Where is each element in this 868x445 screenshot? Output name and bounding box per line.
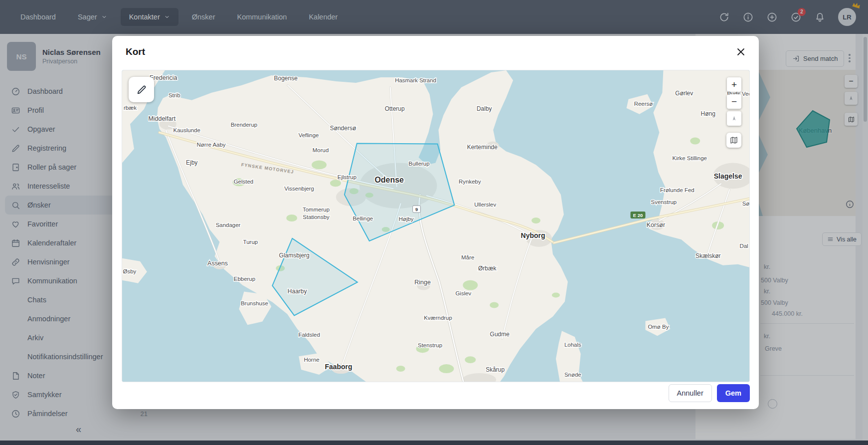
map-place-label: Gudme — [490, 331, 510, 338]
map-place-label: Gørlev — [675, 90, 693, 97]
close-button[interactable] — [735, 46, 747, 58]
map-place-label: Hasmark Strand — [395, 77, 436, 83]
map-place-label: Skårup — [486, 366, 505, 373]
save-button[interactable]: Gem — [717, 384, 750, 402]
map-place-label: Bellinge — [352, 216, 373, 222]
map-place-label: Tommerup — [303, 207, 330, 213]
map-place-label: Omø By — [648, 324, 669, 330]
map-place-label: Morud — [313, 147, 329, 153]
map-place-label: Horne — [304, 357, 319, 363]
map-place-label: Dal — [739, 243, 748, 249]
map-place-label: Snøde — [564, 372, 581, 378]
map-place-label: Middelfart — [148, 115, 175, 122]
zoom-out-button[interactable]: − — [727, 94, 741, 109]
map-place-label: Svenstrup — [651, 199, 677, 205]
map-place-label: Bullerup — [409, 161, 430, 167]
map-type-button[interactable] — [726, 133, 741, 148]
map-place-label: Sø — [742, 201, 749, 207]
map-place-label: Korsør — [647, 222, 665, 228]
map-place-label: Stenstrup — [418, 342, 442, 348]
route-badge: 9 — [413, 206, 421, 213]
pencil-icon — [136, 84, 147, 95]
map-place-label: Ørbæk — [478, 265, 497, 272]
map-place-label: Gislev — [455, 290, 471, 296]
map-place-label: Vissenbjerg — [284, 186, 314, 192]
map-place-label: Høng — [701, 110, 715, 117]
map-place-label: Slagelse — [714, 172, 742, 180]
map-place-label: Faaborg — [325, 363, 352, 371]
map-place-label: Ebberup — [234, 276, 255, 282]
map-place-label: Nørre Aaby — [197, 142, 226, 148]
map-place-label: Glamsbjerg — [279, 252, 310, 259]
map-place-label: Faldsled — [298, 332, 320, 338]
map-place-label: Odense — [374, 176, 404, 184]
map-place-label: Skælskør — [695, 252, 721, 259]
map-place-label: Ullerslev — [474, 202, 496, 208]
map-place-label: Brunshuse — [241, 300, 268, 306]
map-place-label: Veflinge — [299, 132, 319, 138]
application-window: DashboardSagerKontakterØnskerKommunikati… — [0, 0, 868, 445]
cancel-button[interactable]: Annuller — [669, 384, 712, 402]
map-place-label: Strib — [169, 92, 180, 98]
compass-icon — [730, 115, 738, 122]
map-place-label: Rynkeby — [459, 179, 481, 185]
map-place-label: Bogense — [274, 75, 298, 82]
map-place-label: Brenderup — [231, 122, 258, 128]
map-place-label: rbæk — [124, 105, 137, 111]
draw-polygon-button[interactable] — [129, 77, 154, 102]
map-place-label: Søndersø — [330, 125, 356, 132]
map-place-label: Gelsted — [234, 179, 254, 185]
map-zoom-controls: + − — [727, 77, 741, 128]
map-place-label: Højby — [399, 216, 414, 222]
map-place-label: Reersø — [634, 101, 653, 107]
modal-footer: Annuller Gem — [669, 384, 750, 402]
map-place-label: Øsby — [123, 268, 137, 274]
map-place-label: Kerteminde — [467, 144, 498, 151]
map-place-label: Ejlstrup — [338, 174, 356, 180]
map-place-label: Haarby — [288, 288, 307, 295]
svg-text:9: 9 — [415, 207, 418, 212]
route-badge: E 20 — [631, 212, 646, 219]
map-place-label: Otterup — [385, 105, 405, 112]
zoom-in-button[interactable]: + — [727, 77, 741, 92]
compass-button[interactable] — [727, 111, 741, 126]
map-place-label: Assens — [207, 260, 228, 267]
modal-title: Kort — [126, 46, 145, 57]
window-bottom-edge — [0, 441, 868, 445]
svg-text:E 20: E 20 — [633, 213, 643, 218]
map-place-label: Måre — [461, 254, 474, 260]
close-icon — [735, 46, 747, 58]
map-place-label: Sandager — [216, 222, 241, 228]
map-place-label: Ringe — [414, 279, 431, 286]
map-place-label: Turup — [243, 239, 258, 245]
map-place-label: Stationsby — [303, 214, 330, 220]
map-place-label: Kværndrup — [424, 315, 452, 321]
map-place-label: Lohals — [564, 342, 581, 348]
map-place-label: Frølunde Fed — [660, 187, 694, 193]
map-place-label: Kirke Stillinge — [673, 155, 707, 161]
map-canvas[interactable]: FYNSKE MOTORVEJ FredericiaStribrbækMidde… — [122, 70, 750, 382]
map-place-label: Dalby — [477, 105, 492, 112]
map-modal: Kort — [112, 36, 759, 409]
map-place-label: Nyborg — [521, 231, 545, 239]
map-place-label: Kauslunde — [174, 127, 200, 133]
map-icon — [729, 136, 738, 145]
map-place-label: Ejby — [186, 159, 197, 166]
